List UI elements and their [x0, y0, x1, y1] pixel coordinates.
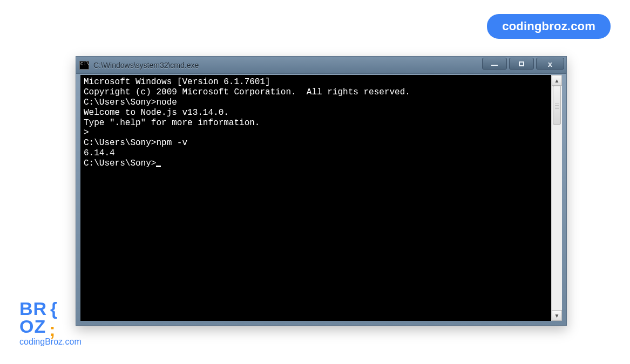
- scrollbar-thumb[interactable]: [553, 86, 561, 125]
- console-line: C:\Users\Sony>: [84, 159, 548, 169]
- close-icon: x: [548, 59, 552, 68]
- watermark-pill: codingbroz.com: [487, 14, 611, 39]
- console-line: C:\Users\Sony>node: [84, 98, 548, 108]
- watermark-logo: BR { OZ ; codingBroz.com: [19, 300, 82, 347]
- window-controls: x: [482, 58, 564, 70]
- chevron-up-icon: ▲: [554, 78, 560, 84]
- cmd-app-icon: [79, 61, 89, 70]
- console-line: C:\Users\Sony>npm -v: [84, 138, 548, 148]
- minimize-button[interactable]: [482, 58, 507, 70]
- watermark-logo-mark: BR { OZ ;: [19, 300, 82, 335]
- maximize-icon: [519, 61, 524, 66]
- minimize-icon: [491, 65, 498, 66]
- watermark-pill-text: codingbroz.com: [502, 19, 595, 33]
- open-brace-icon: {: [50, 300, 58, 317]
- console-line: >: [84, 128, 548, 138]
- watermark-logo-line2a: OZ: [19, 318, 46, 335]
- console-line: Welcome to Node.js v13.14.0.: [84, 108, 548, 118]
- cmd-window: C:\Windows\system32\cmd.exe x Microsoft …: [76, 56, 567, 326]
- maximize-button[interactable]: [509, 58, 534, 70]
- text-cursor: [156, 166, 161, 167]
- close-button[interactable]: x: [536, 58, 564, 70]
- console-line: Type ".help" for more information.: [84, 118, 548, 128]
- scroll-down-button[interactable]: ▼: [552, 310, 562, 321]
- scrollbar-track[interactable]: [552, 86, 562, 310]
- scroll-up-button[interactable]: ▲: [552, 75, 562, 86]
- titlebar[interactable]: C:\Windows\system32\cmd.exe x: [76, 57, 566, 74]
- chevron-down-icon: ▼: [554, 313, 560, 319]
- watermark-logo-line1a: BR: [19, 300, 47, 317]
- console-output[interactable]: Microsoft Windows [Version 6.1.7601]Copy…: [80, 75, 551, 321]
- background-blur: C:\Windows\system32\cmd.exe x Microsoft …: [76, 56, 567, 326]
- scrollbar-grip-icon: [555, 104, 559, 109]
- console-line: Copyright (c) 2009 Microsoft Corporation…: [84, 87, 548, 98]
- vertical-scrollbar[interactable]: ▲ ▼: [551, 75, 562, 321]
- console-line: Microsoft Windows [Version 6.1.7601]: [84, 77, 548, 87]
- window-title: C:\Windows\system32\cmd.exe: [93, 61, 199, 70]
- semicolon-icon: ;: [49, 321, 56, 338]
- console-line: 6.14.4: [84, 148, 548, 159]
- client-area: Microsoft Windows [Version 6.1.7601]Copy…: [80, 75, 562, 321]
